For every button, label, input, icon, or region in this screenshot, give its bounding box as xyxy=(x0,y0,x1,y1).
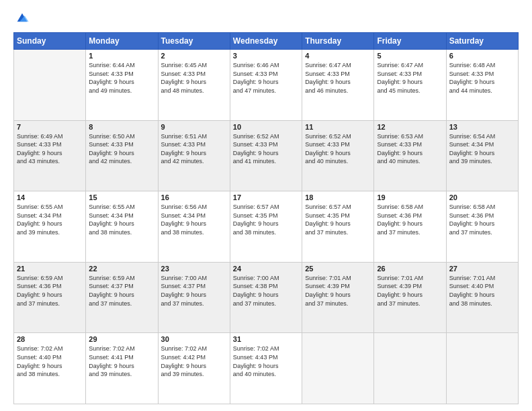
day-info: Sunrise: 6:57 AMSunset: 4:35 PMDaylight:… xyxy=(233,203,299,236)
day-number: 11 xyxy=(305,123,371,131)
calendar-week-row: 1Sunrise: 6:44 AMSunset: 4:33 PMDaylight… xyxy=(14,50,519,121)
day-info: Sunrise: 6:47 AMSunset: 4:33 PMDaylight:… xyxy=(377,61,443,95)
calendar-cell: 13Sunrise: 6:54 AMSunset: 4:34 PMDayligh… xyxy=(446,120,518,191)
calendar-cell: 9Sunrise: 6:51 AMSunset: 4:33 PMDaylight… xyxy=(158,120,230,191)
day-info: Sunrise: 7:02 AMSunset: 4:43 PMDaylight:… xyxy=(233,345,299,378)
calendar-cell: 7Sunrise: 6:49 AMSunset: 4:33 PMDaylight… xyxy=(14,120,86,191)
day-number: 7 xyxy=(17,123,83,131)
day-info: Sunrise: 7:01 AMSunset: 4:40 PMDaylight:… xyxy=(449,274,515,308)
calendar-cell: 12Sunrise: 6:53 AMSunset: 4:33 PMDayligh… xyxy=(374,120,446,191)
day-info: Sunrise: 6:55 AMSunset: 4:34 PMDaylight:… xyxy=(89,203,154,236)
day-number: 21 xyxy=(17,265,83,273)
day-info: Sunrise: 7:02 AMSunset: 4:41 PMDaylight:… xyxy=(89,345,154,378)
day-number: 26 xyxy=(377,265,443,273)
day-info: Sunrise: 6:58 AMSunset: 4:36 PMDaylight:… xyxy=(377,203,443,236)
calendar-cell: 26Sunrise: 7:01 AMSunset: 4:39 PMDayligh… xyxy=(374,262,446,333)
day-number: 4 xyxy=(305,52,371,60)
day-number: 23 xyxy=(161,265,227,273)
day-info: Sunrise: 6:52 AMSunset: 4:33 PMDaylight:… xyxy=(233,132,299,166)
day-number: 18 xyxy=(305,193,371,201)
calendar-cell: 23Sunrise: 7:00 AMSunset: 4:37 PMDayligh… xyxy=(158,262,230,333)
calendar-cell: 19Sunrise: 6:58 AMSunset: 4:36 PMDayligh… xyxy=(374,191,446,263)
day-info: Sunrise: 6:53 AMSunset: 4:33 PMDaylight:… xyxy=(377,132,443,166)
day-number: 10 xyxy=(233,123,299,131)
day-info: Sunrise: 7:01 AMSunset: 4:39 PMDaylight:… xyxy=(377,274,443,308)
day-number: 30 xyxy=(161,335,227,343)
day-info: Sunrise: 6:51 AMSunset: 4:33 PMDaylight:… xyxy=(161,132,227,166)
calendar-week-row: 28Sunrise: 7:02 AMSunset: 4:40 PMDayligh… xyxy=(14,333,519,404)
column-header-tuesday: Tuesday xyxy=(158,33,230,50)
calendar-cell: 30Sunrise: 7:02 AMSunset: 4:42 PMDayligh… xyxy=(158,333,230,404)
day-info: Sunrise: 7:01 AMSunset: 4:39 PMDaylight:… xyxy=(305,274,371,308)
calendar-table: SundayMondayTuesdayWednesdayThursdayFrid… xyxy=(13,32,519,404)
calendar-cell xyxy=(374,333,446,404)
calendar-cell: 17Sunrise: 6:57 AMSunset: 4:35 PMDayligh… xyxy=(230,191,302,263)
column-header-friday: Friday xyxy=(374,33,446,50)
day-info: Sunrise: 6:52 AMSunset: 4:33 PMDaylight:… xyxy=(305,132,371,166)
day-number: 3 xyxy=(233,52,299,60)
calendar-cell: 29Sunrise: 7:02 AMSunset: 4:41 PMDayligh… xyxy=(86,333,158,404)
logo-icon xyxy=(15,11,30,26)
calendar-cell: 14Sunrise: 6:55 AMSunset: 4:34 PMDayligh… xyxy=(14,191,86,263)
column-header-sunday: Sunday xyxy=(14,33,86,50)
day-number: 12 xyxy=(377,123,443,131)
day-number: 20 xyxy=(449,193,515,201)
calendar-cell: 2Sunrise: 6:45 AMSunset: 4:33 PMDaylight… xyxy=(158,50,230,121)
day-info: Sunrise: 6:55 AMSunset: 4:34 PMDaylight:… xyxy=(17,203,83,236)
calendar-cell: 27Sunrise: 7:01 AMSunset: 4:40 PMDayligh… xyxy=(446,262,518,333)
day-info: Sunrise: 6:58 AMSunset: 4:36 PMDaylight:… xyxy=(449,203,515,236)
day-number: 9 xyxy=(161,123,227,131)
calendar-cell: 6Sunrise: 6:48 AMSunset: 4:33 PMDaylight… xyxy=(446,50,518,121)
column-header-monday: Monday xyxy=(86,33,158,50)
calendar-week-row: 21Sunrise: 6:59 AMSunset: 4:36 PMDayligh… xyxy=(14,262,519,333)
calendar-header-row: SundayMondayTuesdayWednesdayThursdayFrid… xyxy=(14,33,519,50)
day-info: Sunrise: 6:54 AMSunset: 4:34 PMDaylight:… xyxy=(449,132,515,166)
calendar-week-row: 14Sunrise: 6:55 AMSunset: 4:34 PMDayligh… xyxy=(14,191,519,263)
day-info: Sunrise: 6:56 AMSunset: 4:34 PMDaylight:… xyxy=(161,203,227,236)
day-number: 14 xyxy=(17,193,83,201)
day-info: Sunrise: 6:48 AMSunset: 4:33 PMDaylight:… xyxy=(449,61,515,95)
calendar-cell: 31Sunrise: 7:02 AMSunset: 4:43 PMDayligh… xyxy=(230,333,302,404)
day-number: 25 xyxy=(305,265,371,273)
day-info: Sunrise: 7:00 AMSunset: 4:37 PMDaylight:… xyxy=(161,274,227,308)
calendar-cell: 1Sunrise: 6:44 AMSunset: 4:33 PMDaylight… xyxy=(86,50,158,121)
logo xyxy=(13,11,30,26)
column-header-wednesday: Wednesday xyxy=(230,33,302,50)
day-number: 17 xyxy=(233,193,299,201)
day-number: 1 xyxy=(89,52,154,60)
calendar-cell: 28Sunrise: 7:02 AMSunset: 4:40 PMDayligh… xyxy=(14,333,86,404)
calendar-cell: 16Sunrise: 6:56 AMSunset: 4:34 PMDayligh… xyxy=(158,191,230,263)
day-info: Sunrise: 7:00 AMSunset: 4:38 PMDaylight:… xyxy=(233,274,299,308)
calendar-cell: 18Sunrise: 6:57 AMSunset: 4:35 PMDayligh… xyxy=(302,191,374,263)
calendar-cell: 10Sunrise: 6:52 AMSunset: 4:33 PMDayligh… xyxy=(230,120,302,191)
calendar-cell: 3Sunrise: 6:46 AMSunset: 4:33 PMDaylight… xyxy=(230,50,302,121)
day-number: 22 xyxy=(89,265,154,273)
calendar-cell: 15Sunrise: 6:55 AMSunset: 4:34 PMDayligh… xyxy=(86,191,158,263)
day-info: Sunrise: 6:49 AMSunset: 4:33 PMDaylight:… xyxy=(17,132,83,166)
calendar-cell xyxy=(302,333,374,404)
day-number: 24 xyxy=(233,265,299,273)
day-number: 8 xyxy=(89,123,154,131)
calendar-cell: 21Sunrise: 6:59 AMSunset: 4:36 PMDayligh… xyxy=(14,262,86,333)
calendar-cell: 8Sunrise: 6:50 AMSunset: 4:33 PMDaylight… xyxy=(86,120,158,191)
calendar-cell: 20Sunrise: 6:58 AMSunset: 4:36 PMDayligh… xyxy=(446,191,518,263)
day-info: Sunrise: 6:57 AMSunset: 4:35 PMDaylight:… xyxy=(305,203,371,236)
header xyxy=(13,11,519,26)
column-header-thursday: Thursday xyxy=(302,33,374,50)
calendar-cell: 11Sunrise: 6:52 AMSunset: 4:33 PMDayligh… xyxy=(302,120,374,191)
day-number: 19 xyxy=(377,193,443,201)
column-header-saturday: Saturday xyxy=(446,33,518,50)
day-info: Sunrise: 6:59 AMSunset: 4:36 PMDaylight:… xyxy=(17,274,83,308)
day-number: 6 xyxy=(449,52,515,60)
calendar-cell xyxy=(14,50,86,121)
day-info: Sunrise: 6:47 AMSunset: 4:33 PMDaylight:… xyxy=(305,61,371,95)
page: SundayMondayTuesdayWednesdayThursdayFrid… xyxy=(0,0,532,411)
day-number: 13 xyxy=(449,123,515,131)
day-number: 27 xyxy=(449,265,515,273)
calendar-week-row: 7Sunrise: 6:49 AMSunset: 4:33 PMDaylight… xyxy=(14,120,519,191)
calendar-cell: 4Sunrise: 6:47 AMSunset: 4:33 PMDaylight… xyxy=(302,50,374,121)
day-info: Sunrise: 6:44 AMSunset: 4:33 PMDaylight:… xyxy=(89,61,154,95)
day-number: 16 xyxy=(161,193,227,201)
day-number: 2 xyxy=(161,52,227,60)
day-info: Sunrise: 6:46 AMSunset: 4:33 PMDaylight:… xyxy=(233,61,299,95)
